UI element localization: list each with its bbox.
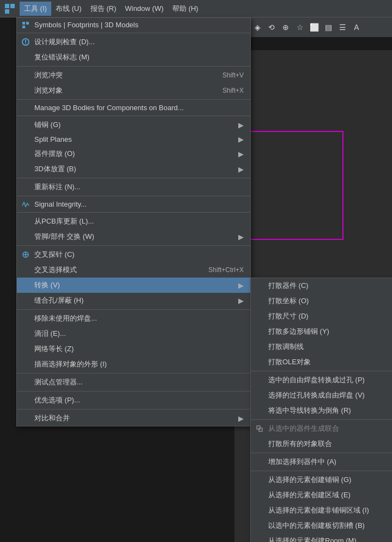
menu-item-cross-select[interactable]: 交叉选择模式 Shift+Ctrl+X [17, 262, 250, 278]
symbols-icon [20, 20, 31, 31]
menu-item-drc[interactable]: 设计规则检查 (D)... [17, 34, 250, 50]
drc-icon [20, 37, 31, 47]
submenu-scatter-components[interactable]: 打散器件 (C) [251, 278, 392, 293]
submenu-scatter-polygon[interactable]: 打散多边形铺铜 (Y) [251, 324, 392, 339]
union-icon [254, 423, 265, 434]
menu-item-pin-swap[interactable]: 管脚/部件 交换 (W) ▶ [17, 229, 250, 244]
submenu-sep-4 [251, 471, 392, 471]
app-logo [2, 1, 17, 16]
submenu-via-to-pad[interactable]: 选择的过孔转换成自由焊盘 (V) [251, 388, 392, 403]
submenu-add-to-component[interactable]: 增加选择到器件中 (A) [251, 454, 392, 469]
sep-3 [17, 99, 250, 100]
toolbar-icon-2[interactable]: ◈ [251, 21, 264, 34]
toolbar-icon-3[interactable]: ⟲ [265, 21, 278, 34]
submenu-scatter-dims[interactable]: 打散尺寸 (D) [251, 309, 392, 324]
cross-probe-icon [20, 249, 31, 260]
menu-item-cross-probe[interactable]: 交叉探针 (C) [17, 247, 250, 262]
submenu-scatter-ole[interactable]: 打散OLE对象 [251, 354, 392, 370]
svg-rect-0 [5, 4, 9, 8]
submenu-scatter-unions[interactable]: 打散所有的对象联合 [251, 436, 392, 451]
toolbar-icon-9[interactable]: A [350, 21, 363, 34]
menubar: 工具 (I) 布线 (U) 报告 (R) Window (W) 帮助 (H) [0, 0, 392, 17]
menu-tools[interactable]: 工具 (I) [20, 2, 51, 16]
sep-10 [17, 373, 250, 374]
submenu-create-board-cutout[interactable]: 以选中的元素创建板切割槽 (B) [251, 518, 392, 533]
menu-item-reset-errors[interactable]: 复位错误标志 (M) [17, 50, 250, 65]
menu-item-remove-pads[interactable]: 移除未使用的焊盘... [17, 311, 250, 326]
menu-item-compare-merge[interactable]: 对比和合并 ▶ [17, 411, 250, 426]
svg-rect-13 [259, 428, 262, 431]
submenu-sep-2 [251, 419, 392, 420]
stitching-arrow: ▶ [227, 297, 244, 305]
menu-item-signal-integrity[interactable]: Signal Integrity... [17, 197, 250, 211]
sep-2 [17, 66, 250, 67]
menu-item-browse-conflicts[interactable]: 浏览冲突 Shift+V [17, 68, 250, 83]
pcb-outline [234, 131, 343, 240]
toolbar-icon-8[interactable]: ☰ [336, 21, 349, 34]
menu-item-renumber[interactable]: 重新标注 (N)... [17, 179, 250, 195]
menu-help[interactable]: 帮助 (H) [168, 2, 203, 16]
svg-rect-5 [22, 26, 25, 28]
submenu-sep-3 [251, 453, 392, 453]
main-dropdown-menu: Symbols | Footprints | 3D Models 设计规则检查 … [16, 17, 251, 426]
submenu-create-copper[interactable]: 从选择的元素创建铺铜 (G) [251, 472, 392, 487]
signal-integrity-icon [20, 199, 31, 210]
menu-item-symbols[interactable]: Symbols | Footprints | 3D Models [17, 18, 250, 32]
menu-window[interactable]: Window (W) [120, 2, 168, 15]
submenu-generate-union: 从选中的器件生成联合 [251, 421, 392, 436]
compare-merge-arrow: ▶ [227, 414, 244, 423]
svg-rect-4 [26, 22, 29, 25]
menu-item-manage-3d[interactable]: Manage 3D Bodies for Components on Board… [17, 101, 250, 115]
menu-report[interactable]: 报告 (R) [86, 2, 121, 16]
menu-item-browse-objects[interactable]: 浏览对象 Shift+X [17, 83, 250, 98]
toolbar-area: ⊞ ◈ ⟲ ⊕ ☆ ⬜ ▤ ☰ A [234, 17, 392, 37]
sep-4 [17, 116, 250, 116]
sep-6 [17, 196, 250, 196]
copper-arrow: ▶ [227, 121, 244, 129]
sep-5 [17, 178, 250, 178]
menu-item-split-planes[interactable]: Split Planes ▶ [17, 133, 250, 146]
submenu-pad-to-via[interactable]: 选中的自由焊盘转换成过孔 (P) [251, 372, 392, 388]
submenu-sep-1 [251, 371, 392, 371]
toolbar-icon-7[interactable]: ▤ [322, 21, 335, 34]
submenu-create-room[interactable]: 从选择的元素创建Room (M) [251, 533, 392, 542]
sep-8 [17, 245, 250, 246]
menu-item-component-placement[interactable]: 器件摆放 (O) ▶ [17, 146, 250, 161]
component-placement-arrow: ▶ [227, 150, 244, 158]
sep-12 [17, 409, 250, 409]
menu-item-3d-placement[interactable]: 3D体放置 (B) ▶ [17, 161, 250, 177]
3d-placement-arrow: ▶ [227, 165, 244, 173]
sep-11 [17, 391, 250, 392]
menu-route[interactable]: 布线 (U) [51, 2, 86, 16]
menu-item-net-length[interactable]: 网络等长 (Z) [17, 341, 250, 357]
menu-item-preferences[interactable]: 优先选项 (P)... [17, 393, 250, 408]
submenu-track-to-chamfer[interactable]: 将选中导线转换为倒角 (R) [251, 403, 392, 418]
split-planes-arrow: ▶ [227, 135, 244, 143]
submenu-scatter-coords[interactable]: 打散坐标 (O) [251, 293, 392, 309]
svg-rect-3 [22, 22, 25, 25]
convert-submenu: 打散器件 (C) 打散坐标 (O) 打散尺寸 (D) 打散多边形铺铜 (Y) 打… [250, 278, 392, 542]
svg-rect-12 [257, 426, 260, 429]
svg-point-8 [25, 43, 26, 44]
toolbar-icon-6[interactable]: ⬜ [307, 21, 321, 34]
menu-item-copper[interactable]: 铺铜 (G) ▶ [17, 117, 250, 133]
menu-item-convert[interactable]: 转换 (V) ▶ 打散器件 (C) 打散坐标 (O) 打散尺寸 (D) 打散多边… [17, 278, 250, 293]
menu-item-outline-selection[interactable]: 描画选择对象的外形 (I) [17, 357, 250, 372]
menu-item-update-from-pcb[interactable]: 从PCB库更新 (L)... [17, 214, 250, 229]
convert-arrow: ▶ [227, 281, 244, 290]
svg-rect-2 [5, 9, 9, 14]
toolbar-icon-5[interactable]: ☆ [293, 21, 306, 34]
sep-9 [17, 309, 250, 310]
submenu-scatter-modulation[interactable]: 打散调制线 [251, 339, 392, 354]
menu-item-testpoint-manager[interactable]: 测试点管理器... [17, 375, 250, 390]
toolbar-icon-4[interactable]: ⊕ [279, 21, 292, 34]
submenu-create-no-copper[interactable]: 从选择的元素创建非铺铜区域 (I) [251, 503, 392, 518]
svg-rect-1 [10, 4, 15, 8]
sep-1 [17, 33, 250, 33]
menu-item-stitching[interactable]: 缝合孔/屏蔽 (H) ▶ [17, 293, 250, 308]
menu-item-teardrop[interactable]: 滴泪 (E)... [17, 326, 250, 341]
sep-7 [17, 212, 250, 213]
pin-swap-arrow: ▶ [227, 233, 244, 241]
submenu-create-region[interactable]: 从选择的元素创建区域 (E) [251, 487, 392, 503]
